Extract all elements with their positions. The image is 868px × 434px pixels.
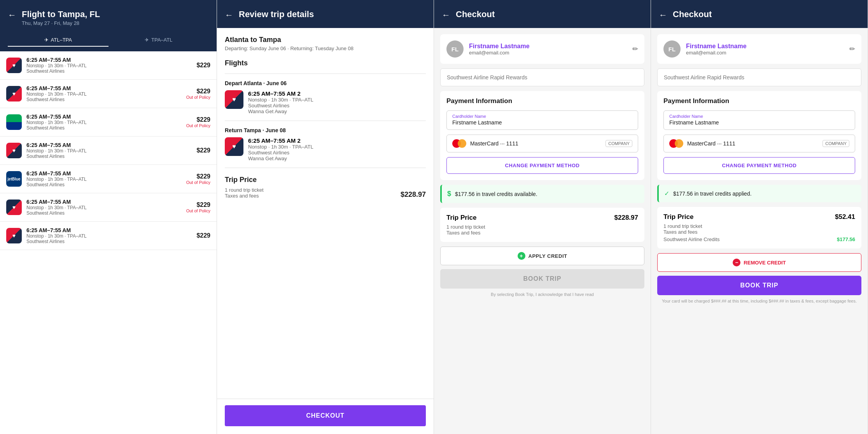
flights-section-title: Flights	[225, 59, 426, 67]
trip-origin: Atlanta to Tampa	[225, 36, 426, 44]
out-of-policy-badge: Out of Policy	[186, 95, 210, 100]
back-button[interactable]: ←	[8, 10, 16, 20]
depart-time: 6:25 AM–7:55 AM 2	[248, 90, 313, 97]
avatar: FL	[663, 40, 681, 58]
price-value: $229	[186, 201, 210, 208]
apply-credit-button[interactable]: + APPLY CREDIT	[440, 247, 644, 265]
trip-price-header: Trip Price $228.97	[446, 214, 638, 222]
payment-title: Payment Information	[446, 97, 638, 105]
back-button[interactable]: ←	[225, 10, 233, 20]
back-button[interactable]: ←	[442, 10, 450, 20]
frame4-header: ← Checkout	[651, 0, 868, 28]
cardholder-value: Firstname Lastname	[669, 119, 849, 126]
flight-airline: Southwest Airlines	[26, 97, 182, 102]
credit-banner: ✓ $177.56 in travel credits applied.	[657, 185, 861, 202]
flight-item[interactable]: 6:25 AM–7:55 AM Nonstop · 1h 30m · TPA–A…	[0, 222, 217, 250]
flight-detail: Nonstop · 1h 30m · TPA–ATL	[26, 148, 192, 154]
credit-banner-text: $177.56 in travel credits available.	[455, 191, 537, 197]
flight-item[interactable]: jetBlue 6:25 AM–7:55 AM Nonstop · 1h 30m…	[0, 165, 217, 193]
credit-row: Southwest Airline Credits $177.56	[663, 236, 855, 242]
flight-price: $229 Out of Policy	[186, 88, 210, 100]
flight-item[interactable]: 6:25 AM–7:55 AM Nonstop · 1h 30m · TPA–A…	[0, 108, 217, 136]
flight-info: 6:25 AM–7:55 AM Nonstop · 1h 30m · TPA–A…	[26, 227, 192, 244]
airline-logo: jetBlue	[6, 171, 22, 187]
cardholder-label: Cardholder Name	[669, 114, 849, 119]
out-of-policy-badge: Out of Policy	[186, 180, 210, 185]
credit-check-icon: ✓	[664, 190, 669, 197]
remove-icon: −	[733, 259, 740, 266]
flight-time: 6:25 AM–7:55 AM	[26, 227, 192, 233]
flight-time: 6:25 AM–7:55 AM	[26, 199, 182, 205]
book-trip-button[interactable]: BOOK TRIP	[440, 269, 644, 289]
flight-price: $229 Out of Policy	[186, 173, 210, 185]
change-payment-button[interactable]: CHANGE PAYMENT METHOD	[446, 157, 638, 174]
traveler-name: Firstname Lastname	[469, 43, 627, 50]
return-time: 6:25 AM–7:55 AM 2	[248, 137, 313, 144]
flight-item[interactable]: ♥ 6:25 AM–7:55 AM Nonstop · 1h 30m · TPA…	[0, 193, 217, 222]
return-label: Return Tampa · June 08	[225, 127, 426, 133]
plane-icon: ✈	[44, 37, 49, 43]
edit-icon[interactable]: ✏	[849, 45, 855, 53]
change-payment-button[interactable]: CHANGE PAYMENT METHOD	[663, 157, 855, 174]
checkout-button[interactable]: CHECKOUT	[225, 405, 426, 426]
traveler-card: FL Firstname Lastname email@email.com ✏	[440, 34, 644, 64]
price-value: $229	[186, 173, 210, 180]
book-trip-button[interactable]: BOOK TRIP	[657, 276, 861, 295]
rewards-input[interactable]	[440, 68, 644, 86]
flight-price: $229	[196, 232, 210, 239]
card-info: MasterCard ··· 1111 COMPANY	[663, 135, 855, 152]
divider	[225, 168, 426, 168]
depart-airline-logo	[225, 90, 243, 109]
flight-airline: Southwest Airlines	[26, 239, 192, 244]
price-value: $229	[196, 62, 210, 69]
rewards-input[interactable]	[657, 68, 861, 86]
credit-label: Southwest Airline Credits	[663, 236, 720, 242]
traveler-name: Firstname Lastname	[686, 43, 844, 50]
header-title: Checkout	[456, 9, 495, 19]
card-info: MasterCard ··· 1111 COMPANY	[446, 135, 638, 152]
edit-icon[interactable]: ✏	[632, 45, 638, 53]
return-airline-logo	[225, 137, 243, 156]
frame-flight-list: ← Flight to Tampa, FL Thu, May 27 · Fri,…	[0, 0, 217, 434]
trip-price-section: Trip Price 1 round trip ticket Taxes and…	[225, 176, 426, 199]
company-badge: COMPANY	[822, 140, 849, 147]
depart-detail: Nonstop · 1h 30m · TPA–ATL	[248, 97, 313, 103]
traveler-info: Firstname Lastname email@email.com	[469, 43, 627, 56]
flight-time: 6:25 AM–7:55 AM	[26, 85, 182, 91]
airline-logo	[6, 58, 22, 73]
out-of-policy-badge: Out of Policy	[186, 208, 210, 213]
cardholder-label: Cardholder Name	[452, 114, 632, 119]
flight-price: $229	[196, 62, 210, 69]
flight-price: $229 Out of Policy	[186, 201, 210, 213]
flight-time: 6:25 AM–7:55 AM	[26, 57, 192, 63]
remove-credit-button[interactable]: − REMOVE CREDIT	[657, 253, 861, 272]
return-fare: Wanna Get Away	[248, 156, 313, 161]
airline-logo	[6, 114, 22, 130]
back-button[interactable]: ←	[659, 10, 667, 20]
trip-price-card: Trip Price $52.41 1 round trip ticket Ta…	[657, 207, 861, 248]
apply-credit-label: APPLY CREDIT	[528, 253, 567, 259]
flight-item[interactable]: 6:25 AM–7:55 AM Nonstop · 1h 30m · TPA–A…	[0, 136, 217, 165]
checkout-content: FL Firstname Lastname email@email.com ✏ …	[651, 28, 868, 434]
depart-segment: 6:25 AM–7:55 AM 2 Nonstop · 1h 30m · TPA…	[225, 90, 426, 114]
payment-title: Payment Information	[663, 97, 855, 105]
price-value: $229	[196, 232, 210, 239]
tab-tpa-atl[interactable]: ✈ TPA–ATL	[108, 34, 209, 47]
credit-banner-text: $177.56 in travel credits applied.	[673, 191, 752, 197]
return-airline: Southwest Airlines	[248, 150, 313, 156]
airline-logo	[6, 143, 22, 158]
payment-section: Payment Information Cardholder Name Firs…	[657, 91, 861, 180]
airline-logo: ♥	[6, 200, 22, 215]
depart-airline: Southwest Airlines	[248, 103, 313, 108]
trip-price-amount: $228.97	[401, 191, 426, 199]
return-detail: Nonstop · 1h 30m · TPA–ATL	[248, 144, 313, 150]
credit-banner: $ $177.56 in travel credits available.	[440, 185, 644, 203]
flight-price: $229 Out of Policy	[186, 116, 210, 128]
flight-time: 6:25 AM–7:55 AM	[26, 142, 192, 148]
tab-atl-tpa[interactable]: ✈ ATL–TPA	[8, 34, 108, 47]
flight-item[interactable]: 6:25 AM–7:55 AM Nonstop · 1h 30m · TPA–A…	[0, 51, 217, 80]
flight-item[interactable]: ♥ 6:25 AM–7:55 AM Nonstop · 1h 30m · TPA…	[0, 80, 217, 108]
return-segment-info: 6:25 AM–7:55 AM 2 Nonstop · 1h 30m · TPA…	[248, 137, 313, 161]
flight-detail: Nonstop · 1h 30m · TPA–ATL	[26, 233, 192, 239]
price-value: $229	[186, 116, 210, 123]
